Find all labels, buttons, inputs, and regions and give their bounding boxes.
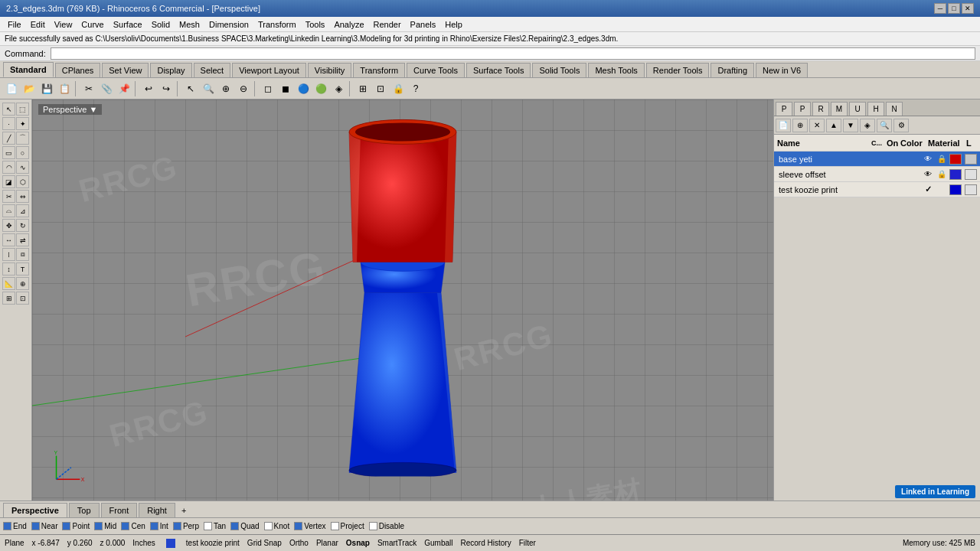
snap-checkbox-mid[interactable] (94, 522, 103, 530)
copy-icon[interactable]: 📎 (98, 80, 115, 97)
rp-tab-properties[interactable]: P (794, 102, 811, 116)
viewport-tab-perspective[interactable]: Perspective (3, 503, 67, 517)
menu-item-mesh[interactable]: Mesh (175, 18, 204, 31)
toolbar-tab-visibility[interactable]: Visibility (308, 63, 352, 77)
toolbar-tab-display[interactable]: Display (150, 63, 191, 77)
menu-item-analyze[interactable]: Analyze (329, 18, 368, 31)
planar-btn[interactable]: Planar (316, 539, 338, 547)
toolbar-tab-mesh-tools[interactable]: Mesh Tools (588, 63, 644, 77)
snap-item-end[interactable]: End (3, 522, 27, 530)
extend-left-tool[interactable]: ⇔ (16, 190, 29, 203)
snap-checkbox-quad[interactable] (230, 522, 239, 530)
layer-filter-btn[interactable]: 🔍 (877, 119, 892, 132)
minimize-button[interactable]: ─ (934, 3, 946, 14)
snap-checkbox-disable[interactable] (369, 522, 377, 530)
menu-item-solid[interactable]: Solid (147, 18, 175, 31)
text-left-tool[interactable]: T (16, 262, 29, 276)
point-left-tool[interactable]: · (2, 117, 15, 130)
layer-current-test-koozie[interactable]: ✓ (920, 184, 936, 194)
toolbar-tab-curve-tools[interactable]: Curve Tools (407, 63, 465, 77)
toolbar-tab-standard[interactable]: Standard (3, 62, 54, 77)
rp-tab-notes[interactable]: N (886, 102, 903, 116)
grid-snap-btn[interactable]: Grid Snap (247, 539, 282, 547)
snap-checkbox-knot[interactable] (264, 522, 273, 530)
undo-icon[interactable]: ↩ (140, 80, 157, 97)
layer-delete-btn[interactable]: ✕ (809, 119, 825, 132)
toolbar-tab-viewport-layout[interactable]: Viewport Layout (232, 63, 306, 77)
menu-item-dimension[interactable]: Dimension (204, 18, 253, 31)
snap-item-disable[interactable]: Disable (369, 522, 404, 530)
lock-icon[interactable]: 🔒 (390, 80, 407, 97)
arc-left-tool[interactable]: ◠ (2, 161, 15, 174)
snap-item-knot[interactable]: Knot (264, 522, 290, 530)
command-input[interactable] (51, 47, 975, 60)
snap-item-int[interactable]: Int (150, 522, 168, 530)
viewport-label[interactable]: Perspective ▼ (38, 104, 102, 115)
chamfer-left-tool[interactable]: ⊿ (16, 204, 29, 217)
select-icon[interactable]: ↖ (182, 80, 199, 97)
menu-item-view[interactable]: View (50, 18, 77, 31)
point2-left-tool[interactable]: ✦ (16, 117, 29, 130)
layer-select-btn[interactable]: ◈ (860, 119, 875, 132)
menu-item-edit[interactable]: Edit (26, 18, 50, 31)
help-icon[interactable]: ? (407, 80, 424, 97)
rp-tab-lights[interactable]: M (831, 102, 848, 116)
snap-checkbox-vertex[interactable] (294, 522, 302, 530)
layer-color-base-yeti[interactable] (949, 154, 962, 165)
grid-left-tool[interactable]: ⊞ (2, 292, 15, 305)
layer-lock-base-yeti[interactable]: 🔒 (936, 155, 948, 163)
layer-row-base-yeti[interactable]: base yeti 👁 🔒 (774, 152, 980, 167)
snap-checkbox-int[interactable] (150, 522, 158, 530)
layer-material-base-yeti[interactable] (965, 154, 977, 165)
snap-left-tool[interactable]: ⊡ (16, 292, 29, 305)
move-left-tool[interactable]: ✥ (2, 219, 15, 232)
save-icon[interactable]: 💾 (38, 80, 55, 97)
snap-item-mid[interactable]: Mid (94, 522, 116, 530)
toolbar-tab-render-tools[interactable]: Render Tools (646, 63, 710, 77)
circle-left-tool[interactable]: ○ (16, 146, 29, 159)
surface-left-tool[interactable]: ◪ (2, 175, 15, 188)
mirror-left-tool[interactable]: ⇌ (16, 233, 29, 246)
viewport-tab-front[interactable]: Front (101, 503, 138, 517)
analyze-left-tool[interactable]: 📐 (2, 277, 15, 290)
rendered-icon[interactable]: 🔵 (295, 80, 312, 97)
snap-item-project[interactable]: Project (331, 522, 364, 530)
layer-new-btn[interactable]: 📄 (776, 119, 791, 132)
toolbar-tab-transform[interactable]: Transform (353, 63, 405, 77)
select-left-tool[interactable]: ↖ (2, 103, 15, 116)
layer-settings-btn[interactable]: ⚙ (893, 119, 909, 132)
layer-row-test-koozie[interactable]: test koozie print ✓ (774, 182, 980, 197)
toolbar-tab-surface-tools[interactable]: Surface Tools (466, 63, 531, 77)
toolbar-tab-cplanes[interactable]: CPlanes (55, 63, 101, 77)
gumball-btn[interactable]: Gumball (424, 539, 452, 547)
line-left-tool[interactable]: ╱ (2, 132, 15, 145)
zoom-out-icon[interactable]: ⊖ (235, 80, 252, 97)
menu-item-curve[interactable]: Curve (77, 18, 108, 31)
rp-tab-layers[interactable]: P (776, 102, 792, 116)
menu-item-file[interactable]: File (3, 18, 26, 31)
toolbar-tab-select[interactable]: Select (194, 63, 231, 77)
rp-tab-render[interactable]: H (867, 102, 884, 116)
snap-item-tan[interactable]: Tan (204, 522, 226, 530)
toolbar-tab-solid-tools[interactable]: Solid Tools (532, 63, 586, 77)
snap-icon[interactable]: ⊡ (372, 80, 389, 97)
layer-eye-base-yeti[interactable]: 👁 (920, 155, 936, 163)
cut-icon[interactable]: ✂ (80, 80, 97, 97)
filter-btn[interactable]: Filter (519, 539, 536, 547)
snap-checkbox-perp[interactable] (173, 522, 181, 530)
new-icon[interactable]: 📄 (3, 80, 20, 97)
select2-left-tool[interactable]: ⬚ (16, 103, 29, 116)
analyze2-left-tool[interactable]: ⊕ (16, 277, 29, 290)
rp-tab-display[interactable]: R (812, 102, 829, 116)
shaded-icon[interactable]: ◼ (277, 80, 294, 97)
close-button[interactable]: ✕ (962, 3, 974, 14)
trim-left-tool[interactable]: ✂ (2, 190, 15, 203)
snap-checkbox-point[interactable] (62, 522, 70, 530)
snap-item-perp[interactable]: Perp (173, 522, 199, 530)
open-icon[interactable]: 📂 (21, 80, 38, 97)
wireframe-icon[interactable]: ◻ (260, 80, 276, 97)
layer-lock-sleeve[interactable]: 🔒 (936, 170, 948, 178)
menu-item-surface[interactable]: Surface (109, 18, 147, 31)
xray-icon[interactable]: ◈ (330, 80, 347, 97)
viewport-tab-right[interactable]: Right (139, 503, 175, 517)
